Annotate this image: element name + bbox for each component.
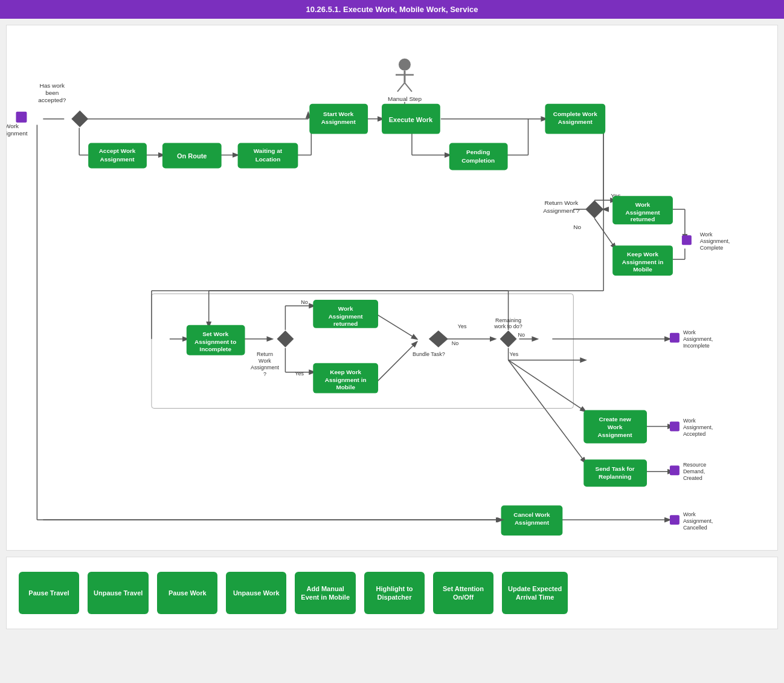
remaining-work-decision [500, 331, 517, 348]
bottom-panel: Pause Travel Unpause Travel Pause Work U… [6, 557, 778, 629]
svg-text:No: No [301, 299, 307, 305]
svg-text:Resource: Resource [683, 462, 706, 468]
svg-text:Work: Work [7, 123, 19, 129]
svg-text:Keep Work: Keep Work [627, 251, 658, 257]
svg-text:Assignment,: Assignment, [683, 336, 713, 342]
svg-text:returned: returned [631, 216, 655, 222]
svg-text:Accepted: Accepted [683, 431, 705, 437]
svg-text:Bundle Task?: Bundle Task? [413, 351, 445, 357]
add-manual-event-button[interactable]: Add Manual Event in Mobile [295, 572, 356, 614]
wa-cancelled-square [670, 515, 680, 525]
svg-text:Work: Work [683, 329, 696, 335]
svg-text:Yes: Yes [510, 351, 519, 357]
svg-text:Assignment: Assignment [7, 130, 28, 137]
svg-text:Work: Work [259, 358, 271, 364]
unpause-travel-button[interactable]: Unpause Travel [88, 572, 149, 614]
svg-text:Waiting at: Waiting at [254, 148, 283, 155]
svg-text:Cancel Work: Cancel Work [513, 511, 550, 518]
wa-incomplete-square [670, 333, 680, 343]
svg-text:Send Task for: Send Task for [596, 465, 635, 472]
svg-text:Complete Work: Complete Work [553, 111, 597, 117]
svg-text:Work: Work [338, 305, 353, 312]
svg-text:Assignment: Assignment [100, 156, 135, 163]
svg-text:Assignment: Assignment [515, 519, 550, 526]
svg-text:Work: Work [683, 418, 696, 424]
svg-text:Work: Work [700, 231, 713, 238]
svg-text:Has work: Has work [40, 82, 65, 89]
diagram-area: Work Assignment Has work been accepted? … [6, 25, 778, 551]
pause-work-button[interactable]: Pause Work [157, 572, 217, 614]
svg-text:Assignment,: Assignment, [683, 518, 713, 524]
svg-text:Mobile: Mobile [633, 266, 652, 273]
svg-text:Demand,: Demand, [683, 468, 705, 474]
svg-text:Manual Step: Manual Step [388, 95, 422, 102]
svg-text:Keep Work: Keep Work [330, 369, 361, 375]
title-bar: 10.26.5.1. Execute Work, Mobile Work, Se… [0, 0, 784, 19]
set-attention-button[interactable]: Set Attention On/Off [433, 572, 493, 614]
svg-line-33 [378, 315, 417, 339]
svg-text:No: No [518, 332, 525, 338]
svg-text:On Route: On Route [177, 152, 207, 160]
svg-point-61 [399, 59, 411, 71]
page-wrapper: 10.26.5.1. Execute Work, Mobile Work, Se… [0, 0, 784, 629]
svg-text:Assignment to: Assignment to [194, 338, 236, 345]
svg-text:Assignment: Assignment [329, 313, 364, 320]
svg-text:Created: Created [683, 475, 702, 481]
svg-text:Assignment in: Assignment in [325, 377, 367, 383]
highlight-dispatcher-button[interactable]: Highlight to Dispatcher [364, 572, 425, 614]
svg-text:Completion: Completion [461, 157, 495, 164]
update-arrival-button[interactable]: Update Expected Arrival Time [502, 572, 568, 614]
svg-line-18 [594, 218, 615, 248]
svg-text:been: been [45, 89, 59, 96]
svg-text:Complete: Complete [700, 245, 723, 251]
svg-line-42 [509, 360, 586, 412]
svg-text:No: No [452, 340, 458, 346]
svg-text:Assignment ?: Assignment ? [543, 207, 580, 214]
work-assignment-start [16, 112, 27, 123]
svg-text:Assignment in: Assignment in [622, 259, 664, 265]
svg-text:?: ? [263, 371, 266, 377]
svg-text:returned: returned [333, 320, 358, 327]
svg-line-65 [405, 83, 412, 92]
svg-text:Accept Work: Accept Work [99, 148, 136, 155]
pause-travel-button[interactable]: Pause Travel [19, 572, 79, 614]
svg-text:Yes: Yes [458, 323, 467, 329]
svg-text:Work: Work [635, 201, 651, 208]
svg-text:Incomplete: Incomplete [199, 346, 231, 352]
svg-line-43 [509, 360, 586, 463]
svg-text:Set Work: Set Work [202, 331, 228, 337]
svg-text:Cancelled: Cancelled [683, 525, 707, 531]
unpause-work-button[interactable]: Unpause Work [226, 572, 286, 614]
svg-text:Work: Work [683, 511, 696, 517]
svg-text:Start Work: Start Work [323, 111, 354, 117]
svg-text:Assignment,: Assignment, [700, 238, 730, 244]
svg-text:Mobile: Mobile [336, 384, 355, 390]
svg-text:Assignment,: Assignment, [683, 424, 713, 430]
diagram-svg: Work Assignment Has work been accepted? … [7, 25, 777, 550]
svg-text:Execute Work: Execute Work [389, 116, 433, 123]
bundle-task-decision [429, 331, 448, 348]
return-work-decision-2 [277, 331, 294, 348]
return-work-decision-1 [585, 200, 603, 218]
pending-completion-box [449, 143, 508, 170]
wa-complete-square [682, 235, 692, 245]
svg-text:Assignment: Assignment [626, 209, 661, 216]
svg-text:Create new: Create new [599, 416, 631, 422]
svg-text:Assignment: Assignment [558, 118, 593, 125]
svg-text:Location: Location [255, 156, 281, 163]
svg-text:Return Work: Return Work [544, 199, 578, 206]
svg-text:Yes: Yes [295, 371, 304, 377]
svg-text:No: No [573, 224, 581, 230]
svg-text:work to do?: work to do? [493, 323, 522, 329]
svg-text:Pending: Pending [466, 149, 490, 156]
svg-text:Remaining: Remaining [495, 317, 521, 323]
svg-text:Incomplete: Incomplete [683, 343, 710, 349]
svg-text:Assignment: Assignment [321, 118, 356, 125]
svg-text:Assignment: Assignment [598, 432, 633, 438]
svg-line-64 [397, 83, 405, 92]
svg-text:Replanning: Replanning [599, 473, 631, 480]
svg-text:Assignment: Assignment [251, 364, 279, 371]
svg-text:accepted?: accepted? [38, 97, 66, 103]
svg-text:Return: Return [257, 351, 273, 357]
svg-text:Work: Work [608, 424, 623, 430]
